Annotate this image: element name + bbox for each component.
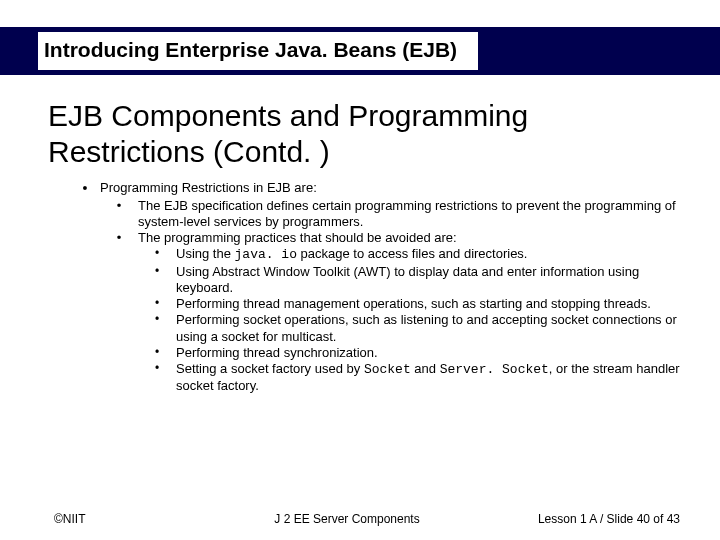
footer-subject: J 2 EE Server Components [214, 512, 480, 526]
disc-bullet-icon: • [138, 345, 176, 360]
bullet-text: The programming practices that should be… [138, 230, 690, 246]
disc-bullet-icon: • [138, 246, 176, 261]
bullet-lvl3: • Setting a socket factory used by Socke… [138, 361, 690, 395]
text-frag: Using the [176, 246, 235, 261]
header-title: Introducing Enterprise Java. Beans (EJB) [44, 38, 457, 62]
disc-bullet-icon: • [100, 230, 138, 246]
content-body: • Programming Restrictions in EJB are: •… [70, 180, 690, 395]
disc-bullet-icon: • [100, 198, 138, 214]
footer: ©NIIT J 2 EE Server Components Lesson 1 … [54, 512, 680, 526]
bullet-text: The EJB specification defines certain pr… [138, 198, 690, 231]
bullet-lvl3: • Using the java. io package to access f… [138, 246, 690, 263]
bullet-text: Performing socket operations, such as li… [176, 312, 690, 345]
footer-copyright: ©NIIT [54, 512, 214, 526]
code-frag: Socket [364, 362, 411, 377]
bullet-text: Programming Restrictions in EJB are: [100, 180, 690, 196]
disc-bullet-icon: • [138, 264, 176, 279]
disc-bullet-icon: • [138, 312, 176, 327]
bullet-text: Performing thread management operations,… [176, 296, 690, 312]
disc-bullet-icon: • [70, 180, 100, 198]
disc-bullet-icon: • [138, 296, 176, 311]
disc-bullet-icon: • [138, 361, 176, 376]
bullet-text: Performing thread synchronization. [176, 345, 690, 361]
bullet-lvl2: • The EJB specification defines certain … [100, 198, 690, 231]
bullet-text: Using the java. io package to access fil… [176, 246, 690, 263]
bullet-lvl3: • Using Abstract Window Toolkit (AWT) to… [138, 264, 690, 297]
code-frag: Server. Socket [440, 362, 549, 377]
text-frag: package to access files and directories. [297, 246, 528, 261]
bullet-lvl3: • Performing thread management operation… [138, 296, 690, 312]
code-frag: java. io [235, 247, 297, 262]
text-frag: Setting a socket factory used by [176, 361, 364, 376]
page-title: EJB Components and Programming Restricti… [48, 98, 680, 170]
bullet-lvl2: • The programming practices that should … [100, 230, 690, 246]
bullet-lvl1: • Programming Restrictions in EJB are: [70, 180, 690, 198]
bullet-lvl3: • Performing socket operations, such as … [138, 312, 690, 345]
bullet-text: Setting a socket factory used by Socket … [176, 361, 690, 395]
footer-pagination: Lesson 1 A / Slide 40 of 43 [480, 512, 680, 526]
text-frag: and [411, 361, 440, 376]
bullet-lvl3: • Performing thread synchronization. [138, 345, 690, 361]
slide: Introducing Enterprise Java. Beans (EJB)… [0, 0, 720, 540]
bullet-text: Using Abstract Window Toolkit (AWT) to d… [176, 264, 690, 297]
